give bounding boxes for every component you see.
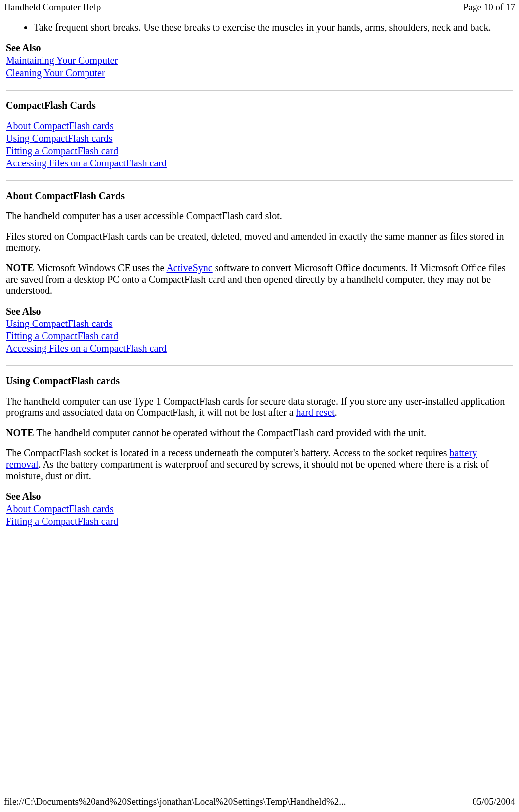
link-fitting-cf[interactable]: Fitting a CompactFlash card: [6, 330, 118, 341]
body-text: The handheld computer has a user accessi…: [6, 210, 513, 222]
about-cf-heading: About CompactFlash Cards: [6, 190, 513, 202]
doc-title: Handheld Computer Help: [4, 2, 101, 13]
link-fitting-cf[interactable]: Fitting a CompactFlash card: [6, 516, 118, 527]
link-accessing-cf[interactable]: Accessing Files on a CompactFlash card: [6, 158, 167, 168]
see-also-heading: See Also: [6, 306, 41, 317]
divider: [6, 90, 513, 91]
using-cf-heading: Using CompactFlash cards: [6, 375, 513, 387]
divider: [6, 365, 513, 366]
body-text: Files stored on CompactFlash cards can b…: [6, 231, 513, 253]
page-number: Page 10 of 17: [463, 2, 515, 13]
link-using-cf[interactable]: Using CompactFlash cards: [6, 133, 113, 144]
note-paragraph: NOTE The handheld computer cannot be ope…: [6, 427, 513, 439]
body-text: The CompactFlash socket is located in a …: [6, 447, 513, 482]
link-cleaning-computer[interactable]: Cleaning Your Computer: [6, 67, 105, 78]
link-fitting-cf[interactable]: Fitting a CompactFlash card: [6, 145, 118, 156]
link-maintaining-computer[interactable]: Maintaining Your Computer: [6, 55, 118, 66]
divider: [6, 180, 513, 181]
note-text-pre: Microsoft Windows CE uses the: [34, 262, 167, 273]
text-post: .: [335, 407, 337, 418]
compactflash-cards-heading: CompactFlash Cards: [6, 100, 513, 111]
text-pre: The CompactFlash socket is located in a …: [6, 447, 450, 458]
link-activesync[interactable]: ActiveSync: [166, 262, 212, 273]
link-accessing-cf[interactable]: Accessing Files on a CompactFlash card: [6, 343, 167, 354]
note-label: NOTE: [6, 262, 34, 273]
see-also-heading: See Also: [6, 491, 41, 502]
body-text: The handheld computer can use Type 1 Com…: [6, 396, 513, 418]
see-also-heading: See Also: [6, 42, 41, 53]
link-hard-reset[interactable]: hard reset: [296, 407, 335, 418]
text-post: . As the battery compartment is waterpro…: [6, 459, 489, 481]
note-text: The handheld computer cannot be operated…: [34, 427, 426, 438]
link-about-cf[interactable]: About CompactFlash cards: [6, 503, 114, 514]
footer-path: file://C:\Documents%20and%20Settings\jon…: [4, 796, 346, 807]
note-paragraph: NOTE Microsoft Windows CE uses the Activ…: [6, 262, 513, 296]
tips-list: Take frequent short breaks. Use these br…: [6, 22, 513, 33]
link-about-cf[interactable]: About CompactFlash cards: [6, 121, 114, 131]
text-pre: The handheld computer can use Type 1 Com…: [6, 396, 505, 418]
note-label: NOTE: [6, 427, 34, 438]
link-using-cf[interactable]: Using CompactFlash cards: [6, 318, 113, 329]
list-item: Take frequent short breaks. Use these br…: [34, 22, 513, 33]
footer-date: 05/05/2004: [472, 796, 515, 807]
